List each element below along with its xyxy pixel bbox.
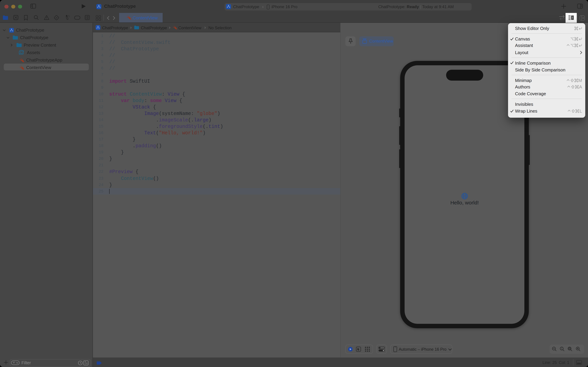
svg-text:1: 1: [561, 347, 563, 350]
